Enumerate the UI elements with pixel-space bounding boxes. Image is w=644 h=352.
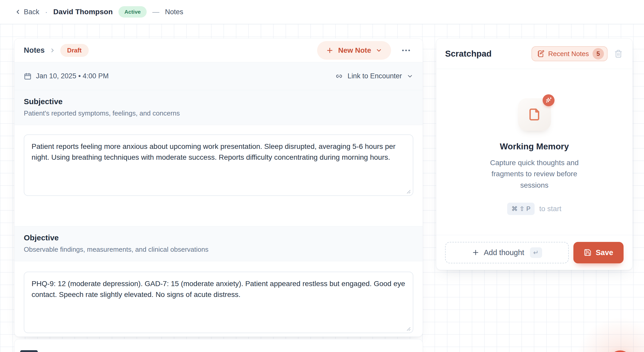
add-thought-button[interactable]: Add thought ↵	[445, 242, 569, 263]
chevron-down-icon	[407, 73, 413, 80]
clear-scratchpad-button[interactable]	[613, 49, 624, 59]
fab-glow	[558, 300, 644, 352]
note-meta-row: Jan 10, 2025 • 4:00 PM Link to Encounter	[14, 62, 423, 90]
save-icon	[584, 249, 591, 256]
ellipsis-icon	[401, 47, 411, 53]
breadcrumb-separator: ·	[45, 7, 48, 16]
notes-breadcrumb[interactable]: Notes	[24, 46, 45, 55]
link-icon	[335, 72, 343, 80]
section-body-subjective: Patient reports feeling more anxious abo…	[14, 125, 423, 226]
section-header-objective: Objective Observable findings, measureme…	[14, 226, 423, 261]
add-thought-label: Add thought	[484, 249, 524, 256]
working-memory-description: Capture quick thoughts and fragments to …	[477, 157, 592, 191]
new-note-label: New Note	[338, 47, 371, 54]
calendar-icon	[24, 72, 32, 80]
chevron-right-icon	[49, 47, 56, 53]
notes-panel: Notes Draft New Note	[14, 38, 423, 337]
save-button[interactable]: Save	[573, 242, 624, 263]
workspace: Notes Draft New Note	[0, 24, 644, 352]
trash-icon	[614, 50, 623, 58]
link-to-encounter-button[interactable]: Link to Encounter	[335, 72, 413, 80]
enter-key-hint: ↵	[530, 247, 542, 258]
scratchpad-empty-state: Working Memory Capture quick thoughts an…	[436, 69, 632, 235]
scratchpad-footer: Add thought ↵ Save	[436, 235, 632, 270]
save-label: Save	[596, 249, 613, 256]
patient-name: David Thompson	[53, 8, 113, 16]
section-header-subjective: Subjective Patient's reported symptoms, …	[14, 90, 423, 125]
scratchpad-panel: Scratchpad Recent Notes 5	[436, 38, 633, 270]
section-description: Observable findings, measurements, and c…	[24, 246, 413, 254]
status-badge: Active	[118, 6, 147, 18]
section-title: Objective	[24, 233, 413, 242]
header-dash: —	[152, 8, 159, 16]
back-label: Back	[24, 9, 39, 16]
working-memory-title: Working Memory	[500, 142, 569, 151]
recent-notes-button[interactable]: Recent Notes 5	[531, 46, 608, 61]
recent-notes-label: Recent Notes	[548, 50, 589, 57]
chevron-left-icon	[14, 9, 21, 15]
note-date-label: Jan 10, 2025 • 4:00 PM	[36, 72, 109, 80]
top-bar: Back · David Thompson Active — Notes	[0, 0, 644, 24]
next-section-card-peek	[14, 339, 423, 352]
header-section-label: Notes	[165, 8, 183, 16]
subjective-textarea[interactable]: Patient reports feeling more anxious abo…	[24, 134, 413, 196]
section-description: Patient's reported symptoms, feelings, a…	[24, 109, 413, 117]
section-title: Subjective	[24, 97, 413, 106]
shortcut-hint: to start	[539, 205, 561, 213]
scratchpad-header: Scratchpad Recent Notes 5	[436, 39, 632, 69]
link-to-encounter-label: Link to Encounter	[348, 72, 402, 80]
floating-action-button[interactable]	[609, 350, 632, 352]
note-date-button[interactable]: Jan 10, 2025 • 4:00 PM	[24, 72, 109, 80]
shortcut-keys: ⌘ ⇧ P	[507, 203, 534, 215]
document-icon	[527, 107, 542, 122]
plus-icon	[472, 249, 480, 256]
recent-notes-count-badge: 5	[593, 48, 604, 59]
objective-textarea[interactable]: PHQ-9: 12 (moderate depression). GAD-7: …	[24, 272, 413, 333]
shortcut-row: ⌘ ⇧ P to start	[507, 203, 561, 215]
back-button[interactable]: Back	[14, 9, 39, 16]
draft-status-badge: Draft	[60, 44, 89, 57]
scratchpad-title: Scratchpad	[445, 49, 492, 59]
sparkles-icon	[543, 94, 555, 106]
more-options-button[interactable]	[399, 45, 413, 56]
plus-icon	[326, 47, 334, 54]
section-body-objective: PHQ-9: 12 (moderate depression). GAD-7: …	[14, 261, 423, 337]
new-note-button[interactable]: New Note	[317, 41, 391, 60]
notebook-pen-icon	[537, 50, 544, 57]
notes-panel-header: Notes Draft New Note	[14, 39, 423, 62]
working-memory-tile	[518, 98, 551, 131]
chevron-down-icon	[376, 47, 382, 54]
hidden-element-peek	[20, 350, 38, 352]
